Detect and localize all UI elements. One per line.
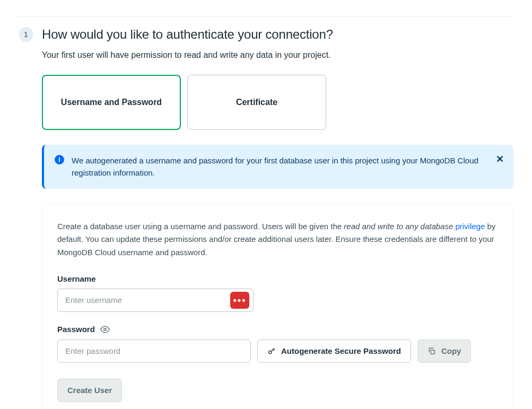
privilege-link[interactable]: privilege [455, 222, 485, 231]
form-desc-em: read and write to any database [344, 222, 455, 231]
info-banner: i We autogenerated a username and passwo… [42, 145, 513, 189]
page-title: How would you like to authenticate your … [42, 27, 333, 42]
svg-rect-2 [431, 350, 434, 354]
info-banner-text: We autogenerated a username and password… [72, 154, 487, 179]
create-user-button[interactable]: Create User [57, 379, 122, 402]
password-manager-icon[interactable]: ••• [230, 292, 249, 309]
form-desc-text-1: Create a database user using a username … [57, 222, 344, 231]
form-description: Create a database user using a username … [57, 220, 498, 259]
username-input[interactable] [57, 289, 254, 312]
copy-icon [428, 347, 436, 355]
info-icon: i [55, 155, 64, 164]
copy-label: Copy [441, 346, 461, 355]
autogenerate-password-button[interactable]: Autogenerate Secure Password [257, 340, 411, 363]
svg-point-1 [269, 351, 272, 353]
copy-button[interactable]: Copy [417, 340, 472, 363]
username-label: Username [57, 274, 498, 283]
divider-top [19, 16, 513, 16]
password-row: Autogenerate Secure Password Copy [57, 340, 498, 363]
auth-option-group: Username and Password Certificate [42, 75, 513, 130]
key-icon [267, 347, 276, 355]
username-input-wrapper: ••• [57, 289, 498, 312]
auth-option-certificate[interactable]: Certificate [187, 75, 326, 130]
create-user-form: Create a database user using a username … [42, 204, 513, 410]
auth-option-username-password[interactable]: Username and Password [42, 75, 181, 130]
step-number-badge: 1 [19, 27, 33, 42]
password-label: Password [57, 325, 95, 334]
page-subtitle: Your first user will have permission to … [42, 50, 513, 60]
password-input[interactable] [57, 340, 251, 363]
svg-point-0 [104, 328, 107, 331]
info-banner-close-button[interactable]: ✕ [496, 154, 504, 164]
password-label-row: Password [57, 325, 498, 334]
step-header: 1 How would you like to authenticate you… [19, 27, 513, 42]
eye-icon[interactable] [100, 325, 110, 334]
autogenerate-label: Autogenerate Secure Password [281, 346, 401, 355]
